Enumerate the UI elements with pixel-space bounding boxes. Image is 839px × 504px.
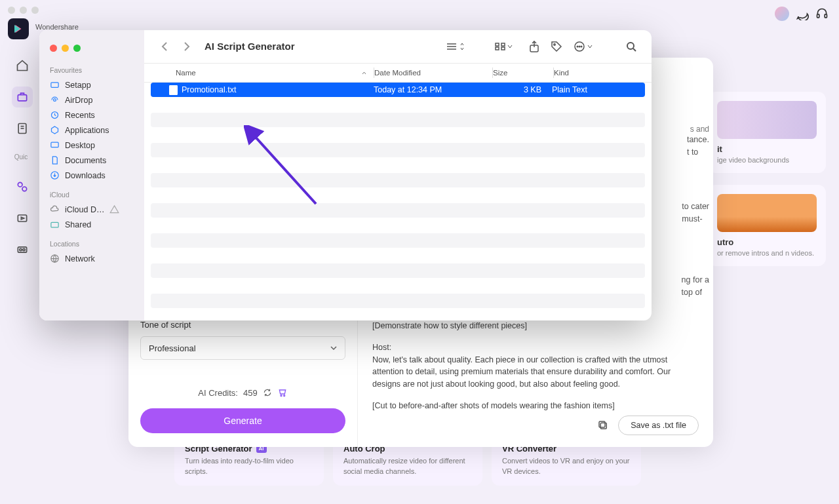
- tag-button[interactable]: [547, 38, 566, 55]
- window-traffic-lights: [8, 7, 39, 14]
- text-file-icon: [169, 85, 178, 95]
- feature-card-edit[interactable]: it ige video backgrounds: [708, 92, 826, 173]
- svg-point-4: [18, 182, 22, 187]
- search-button[interactable]: [621, 38, 641, 55]
- dialog-traffic-lights[interactable]: [39, 38, 144, 62]
- sidebar-item-setapp[interactable]: Setapp: [50, 77, 134, 92]
- nav-toolbox-icon[interactable]: [12, 87, 33, 107]
- table-row: [151, 203, 645, 218]
- svg-rect-28: [501, 43, 505, 46]
- feature-card-desc: ige video backgrounds: [717, 156, 817, 164]
- chevron-down-icon: [587, 44, 593, 49]
- svg-marker-7: [21, 217, 24, 219]
- cart-icon[interactable]: [277, 387, 288, 398]
- save-as-txt-button[interactable]: Save as .txt file: [618, 416, 699, 435]
- table-row: [151, 98, 645, 112]
- sidebar-item-recents[interactable]: Recents: [50, 107, 134, 123]
- svg-line-38: [633, 48, 636, 51]
- svg-rect-20: [51, 142, 58, 147]
- avatar[interactable]: [775, 7, 789, 21]
- icloud-section-label: iCloud: [50, 191, 134, 199]
- headset-icon[interactable]: [815, 7, 829, 20]
- nav-document-icon[interactable]: [12, 118, 33, 139]
- sort-asc-icon: [361, 70, 367, 76]
- view-grid-toggle[interactable]: [494, 42, 513, 51]
- nav-back-button[interactable]: [155, 38, 174, 55]
- chevron-down-icon: [507, 44, 513, 49]
- nav-home-icon[interactable]: [12, 55, 33, 76]
- copy-icon[interactable]: [597, 419, 609, 431]
- nav-quick1-icon[interactable]: [12, 176, 33, 197]
- column-name[interactable]: Name: [144, 69, 374, 77]
- file-dialog-title: AI Script Generator: [205, 41, 295, 52]
- table-row: [151, 279, 645, 293]
- svg-rect-15: [600, 423, 606, 429]
- file-size: 3 KB: [492, 85, 552, 94]
- svg-rect-16: [599, 421, 605, 427]
- tone-select[interactable]: Professional: [140, 336, 345, 360]
- file-name: Promotional.txt: [182, 85, 236, 94]
- svg-point-10: [23, 248, 25, 250]
- updown-icon: [459, 42, 465, 51]
- sidebar-item-shared[interactable]: Shared: [50, 217, 134, 232]
- nav-quick2-icon[interactable]: [12, 208, 33, 229]
- generate-button[interactable]: Generate: [140, 408, 345, 433]
- header-right: [775, 7, 829, 21]
- view-list-toggle[interactable]: [446, 42, 465, 51]
- table-row: [151, 173, 645, 187]
- column-kind[interactable]: Kind: [554, 69, 652, 77]
- nav-forward-button[interactable]: [177, 38, 197, 55]
- feature-card-desc: or remove intros and n videos.: [717, 249, 817, 257]
- table-row: [151, 248, 645, 263]
- warning-icon: [109, 204, 119, 214]
- sidebar-item-downloads[interactable]: Downloads: [50, 168, 134, 183]
- svg-point-36: [581, 46, 582, 47]
- app-logo-icon: [8, 18, 29, 39]
- quick-section-label: Quic: [14, 153, 28, 161]
- script-snippet: ng for a top of: [682, 274, 709, 299]
- credits-label: AI Credits:: [198, 388, 238, 398]
- svg-rect-12: [825, 14, 827, 18]
- credits-row: AI Credits: 459: [140, 387, 345, 398]
- svg-point-13: [281, 395, 282, 397]
- svg-point-9: [20, 248, 22, 250]
- sidebar-item-airdrop[interactable]: AirDrop: [50, 92, 134, 107]
- sidebar-item-network[interactable]: Network: [50, 251, 134, 266]
- tone-select-value: Professional: [149, 343, 196, 353]
- table-row: [151, 158, 645, 172]
- table-row: [151, 143, 645, 157]
- feature-card-outro[interactable]: utro or remove intros and n videos.: [708, 185, 826, 266]
- card-desc: Automatically resize video for different…: [343, 456, 472, 476]
- column-date[interactable]: Date Modified: [374, 69, 492, 77]
- sidebar-item-applications[interactable]: Applications: [50, 123, 134, 138]
- file-save-dialog: Favourites Setapp AirDrop Recents Applic…: [39, 30, 652, 320]
- tone-of-script-label: Tone of script: [140, 320, 345, 330]
- app-sidebar: Quic: [8, 18, 37, 260]
- svg-rect-30: [501, 47, 505, 50]
- file-kind: Plain Text: [552, 85, 645, 94]
- svg-rect-29: [496, 47, 499, 50]
- feature-card-title: it: [717, 144, 817, 154]
- sidebar-item-icloud-drive[interactable]: iCloud D…: [50, 202, 134, 217]
- svg-rect-0: [18, 95, 26, 101]
- svg-point-32: [554, 43, 555, 45]
- svg-point-37: [627, 43, 634, 49]
- more-actions-button[interactable]: [573, 41, 593, 52]
- script-snippet: tance. t to: [687, 134, 709, 159]
- script-line: Host: Now, let's talk about quality. Eac…: [372, 341, 699, 391]
- file-columns-header: Name Date Modified Size Kind: [144, 63, 652, 83]
- script-line: [Demonstrate how to style different piec…: [372, 320, 699, 332]
- sidebar-item-desktop[interactable]: Desktop: [50, 138, 134, 153]
- svg-rect-11: [817, 14, 819, 18]
- share-button[interactable]: [524, 38, 544, 55]
- chat-icon[interactable]: [796, 7, 809, 20]
- script-snippet: to cater must-: [682, 201, 709, 225]
- refresh-icon[interactable]: [263, 388, 272, 397]
- card-desc: Turn ideas into ready-to-film video scri…: [185, 456, 313, 476]
- file-row-selected[interactable]: Promotional.txt Today at 12:34 PM 3 KB P…: [151, 83, 645, 97]
- feature-cards-right: it ige video backgrounds utro or remove …: [708, 92, 826, 278]
- sidebar-item-documents[interactable]: Documents: [50, 153, 134, 168]
- column-size[interactable]: Size: [493, 69, 553, 77]
- feature-card-title: utro: [717, 237, 817, 247]
- nav-quick3-icon[interactable]: [12, 239, 33, 260]
